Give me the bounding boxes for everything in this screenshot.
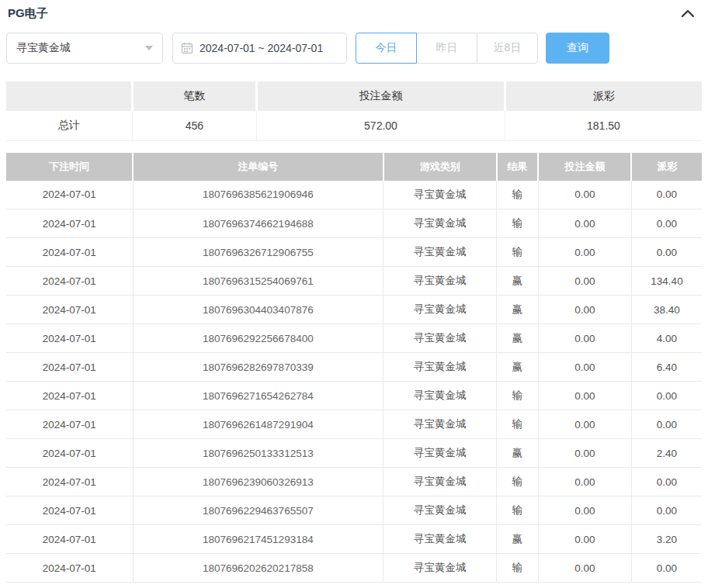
table-row: 2024-07-011807696229463765507寻宝黄金城输0.000…	[6, 496, 702, 525]
table-row: 2024-07-011807696282697870339寻宝黄金城赢0.006…	[6, 353, 702, 382]
bet-amount-cell: 0.00	[538, 439, 631, 468]
bet-time-cell: 2024-07-01	[6, 554, 133, 583]
last-8-days-button[interactable]: 近8日	[477, 33, 538, 64]
panel-header: PG电子	[6, 0, 702, 22]
bet-id-cell: 1807696202620217858	[133, 554, 384, 583]
header-payout: 派彩	[631, 153, 702, 181]
bet-time-cell: 2024-07-01	[6, 410, 133, 439]
payout-cell: 2.40	[631, 439, 702, 468]
calendar-icon	[181, 42, 193, 54]
query-button[interactable]: 查询	[546, 33, 609, 64]
result-cell: 赢	[497, 353, 539, 382]
bet-time-cell: 2024-07-01	[6, 238, 133, 267]
summary-total-payout: 181.50	[505, 111, 702, 140]
result-cell: 输	[497, 209, 539, 238]
summary-table: 笔数 投注金额 派彩 总计 456 572.00 181.50	[6, 81, 702, 141]
result-cell: 赢	[497, 525, 539, 554]
bet-id-cell: 1807696271654262784	[133, 382, 384, 410]
table-row: 2024-07-011807696239060326913寻宝黄金城输0.000…	[6, 468, 702, 496]
game-category-cell: 寻宝黄金城	[384, 382, 497, 410]
payout-cell: 6.40	[631, 353, 702, 382]
table-row: 2024-07-011807696315254069761寻宝黄金城赢0.001…	[6, 267, 702, 296]
bet-time-cell: 2024-07-01	[6, 439, 133, 468]
collapse-button[interactable]	[678, 5, 697, 21]
result-cell: 赢	[497, 296, 539, 324]
bet-time-cell: 2024-07-01	[6, 209, 133, 238]
header-result: 结果	[497, 153, 539, 181]
bet-time-cell: 2024-07-01	[6, 353, 133, 382]
game-select[interactable]: 寻宝黄金城	[6, 33, 163, 64]
table-row: 2024-07-011807696217451293184寻宝黄金城赢0.003…	[6, 525, 702, 554]
summary-header-bet-amount: 投注金额	[257, 81, 505, 111]
result-cell: 赢	[497, 267, 539, 296]
result-cell: 输	[497, 496, 539, 525]
payout-cell: 0.00	[631, 554, 702, 583]
table-row: 2024-07-011807696250133312513寻宝黄金城赢0.002…	[6, 439, 702, 468]
result-cell: 输	[497, 468, 539, 496]
bet-amount-cell: 0.00	[538, 496, 631, 525]
bet-time-cell: 2024-07-01	[6, 382, 133, 410]
bet-amount-cell: 0.00	[538, 209, 631, 238]
today-button[interactable]: 今日	[356, 33, 417, 64]
summary-total-row: 总计 456 572.00 181.50	[6, 111, 702, 140]
yesterday-button[interactable]: 昨日	[416, 33, 477, 64]
bet-time-cell: 2024-07-01	[6, 496, 133, 525]
bet-time-cell: 2024-07-01	[6, 324, 133, 353]
payout-cell: 0.00	[631, 209, 702, 238]
payout-cell: 0.00	[631, 410, 702, 439]
bet-amount-cell: 0.00	[538, 324, 631, 353]
game-select-value: 寻宝黄金城	[16, 41, 71, 55]
game-category-cell: 寻宝黄金城	[384, 267, 497, 296]
bet-time-cell: 2024-07-01	[6, 468, 133, 496]
records-table: 下注时间 注单编号 游戏类别 结果 投注金额 派彩 2024-07-011807…	[6, 153, 702, 583]
chevron-down-icon	[145, 46, 153, 50]
payout-cell: 0.00	[631, 181, 702, 209]
bet-amount-cell: 0.00	[538, 296, 631, 324]
bet-amount-cell: 0.00	[538, 267, 631, 296]
bet-time-cell: 2024-07-01	[6, 525, 133, 554]
bet-amount-cell: 0.00	[538, 468, 631, 496]
table-row: 2024-07-011807696271654262784寻宝黄金城输0.000…	[6, 382, 702, 410]
game-category-cell: 寻宝黄金城	[384, 238, 497, 267]
game-category-cell: 寻宝黄金城	[384, 554, 497, 583]
game-category-cell: 寻宝黄金城	[384, 296, 497, 324]
bet-time-cell: 2024-07-01	[6, 181, 133, 209]
result-cell: 输	[497, 410, 539, 439]
payout-cell: 0.00	[631, 238, 702, 267]
bet-id-cell: 1807696385621906946	[133, 181, 384, 209]
bet-id-cell: 1807696282697870339	[133, 353, 384, 382]
bet-amount-cell: 0.00	[538, 353, 631, 382]
summary-header-count: 笔数	[132, 81, 256, 111]
game-category-cell: 寻宝黄金城	[384, 496, 497, 525]
summary-total-label: 总计	[6, 111, 132, 140]
bet-time-cell: 2024-07-01	[6, 267, 133, 296]
table-row: 2024-07-011807696326712906755寻宝黄金城输0.000…	[6, 238, 702, 267]
table-row: 2024-07-011807696292256678400寻宝黄金城赢0.004…	[6, 324, 702, 353]
payout-cell: 0.00	[631, 468, 702, 496]
summary-header-empty	[6, 81, 132, 111]
table-row: 2024-07-011807696374662194688寻宝黄金城输0.000…	[6, 209, 702, 238]
table-row: 2024-07-011807696385621906946寻宝黄金城输0.000…	[6, 181, 702, 209]
date-range-input[interactable]: 2024-07-01 ~ 2024-07-01	[172, 33, 347, 64]
header-bet-id: 注单编号	[133, 153, 384, 181]
payout-cell: 0.00	[631, 382, 702, 410]
bet-amount-cell: 0.00	[538, 525, 631, 554]
quick-range-group: 今日 昨日 近8日	[356, 33, 538, 64]
result-cell: 赢	[497, 439, 539, 468]
bet-amount-cell: 0.00	[538, 410, 631, 439]
date-range-value: 2024-07-01 ~ 2024-07-01	[200, 42, 323, 54]
bet-id-cell: 1807696229463765507	[133, 496, 384, 525]
summary-total-bet-amount: 572.00	[257, 111, 505, 140]
game-category-cell: 寻宝黄金城	[384, 181, 497, 209]
game-category-cell: 寻宝黄金城	[384, 410, 497, 439]
bet-time-cell: 2024-07-01	[6, 296, 133, 324]
header-bet-amount: 投注金额	[538, 153, 631, 181]
bet-id-cell: 1807696261487291904	[133, 410, 384, 439]
bet-id-cell: 1807696250133312513	[133, 439, 384, 468]
bet-amount-cell: 0.00	[538, 554, 631, 583]
page-title: PG电子	[8, 6, 48, 21]
payout-cell: 3.20	[631, 525, 702, 554]
bet-id-cell: 1807696239060326913	[133, 468, 384, 496]
game-category-cell: 寻宝黄金城	[384, 324, 497, 353]
summary-header-row: 笔数 投注金额 派彩	[6, 81, 702, 111]
